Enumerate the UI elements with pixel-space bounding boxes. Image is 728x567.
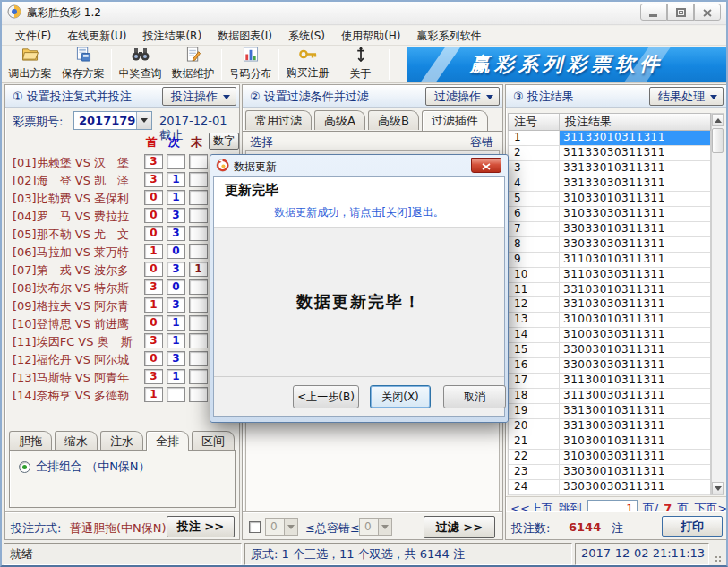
result-row[interactable]: 433133030311311	[509, 176, 710, 192]
tolerance-min-select[interactable]: 0	[265, 518, 298, 536]
toolbar-button-号码分布[interactable]: 号码分布	[224, 47, 277, 82]
pick-box-last[interactable]	[189, 172, 208, 187]
result-row[interactable]: 131133010311311	[509, 131, 710, 146]
scroll-down-icon[interactable]	[712, 482, 724, 494]
result-row[interactable]: 1331003010311311	[509, 313, 710, 328]
dialog-close-action-button[interactable]: 关闭(X)	[370, 385, 431, 408]
pick-box-first[interactable]: 0	[144, 351, 163, 366]
full-combo-radio-row[interactable]: 全排组合 （中N保N）	[19, 459, 150, 475]
close-button[interactable]	[694, 4, 721, 21]
menu-item[interactable]: 系统(S)	[280, 26, 333, 46]
result-row[interactable]: 2231030030311311	[509, 450, 710, 465]
period-select[interactable]: 2017179	[73, 111, 152, 130]
bet-button[interactable]: 投注 >>	[167, 516, 235, 537]
pick-box-second[interactable]: 1	[167, 172, 185, 187]
pick-box-last[interactable]	[189, 244, 208, 259]
pick-box-first[interactable]: 0	[144, 190, 163, 205]
tab-缩水[interactable]: 缩水	[55, 431, 98, 451]
results-scrollbar[interactable]	[711, 113, 724, 495]
pick-box-first[interactable]: 3	[144, 172, 163, 187]
pick-box-last[interactable]	[189, 351, 208, 366]
result-row[interactable]: 531033010311311	[509, 192, 710, 207]
maximize-button[interactable]	[667, 4, 694, 21]
dialog-close-button[interactable]	[471, 158, 501, 173]
tolerance-checkbox[interactable]	[249, 521, 261, 533]
toolbar-button-保存方案[interactable]: 保存方案	[56, 47, 109, 82]
result-row[interactable]: 833033030311311	[509, 237, 710, 253]
menu-item[interactable]: 数据图表(I)	[210, 26, 280, 46]
tab-高级B[interactable]: 高级B	[368, 110, 419, 130]
pick-box-first[interactable]: 3	[144, 154, 163, 169]
pick-box-second[interactable]: 3	[167, 208, 185, 223]
pick-box-last[interactable]	[189, 369, 208, 384]
back-button[interactable]: <上一步(B)	[293, 385, 359, 408]
toolbar-button-调出方案[interactable]: 调出方案	[4, 47, 56, 82]
menu-item[interactable]: 赢彩系列软件	[408, 26, 489, 46]
tab-常用过滤[interactable]: 常用过滤	[245, 110, 312, 130]
pick-box-first[interactable]: 1	[144, 244, 163, 259]
tab-高级A[interactable]: 高级A	[314, 110, 365, 130]
results-actions-dropdown[interactable]: 结果处理	[649, 87, 724, 106]
toolbar-button-中奖查询[interactable]: 中奖查询	[114, 47, 167, 82]
result-row[interactable]: 1731130010311311	[509, 374, 710, 389]
result-row[interactable]: 631033030311311	[509, 207, 710, 222]
result-row[interactable]: 1133103010311311	[509, 283, 710, 298]
result-row[interactable]: 333133010311311	[509, 161, 710, 176]
pick-box-second[interactable]: 0	[167, 244, 185, 259]
pick-box-last[interactable]	[189, 315, 208, 331]
chevron-down-icon[interactable]	[136, 112, 151, 129]
pick-box-last[interactable]	[189, 297, 208, 313]
result-row[interactable]: 1533003010311311	[509, 343, 710, 358]
pick-box-first[interactable]: 0	[144, 315, 163, 331]
result-row[interactable]: 1031103030311311	[509, 268, 710, 283]
toolbar-button-关于[interactable]: 关于	[334, 47, 387, 82]
result-row[interactable]: 1431003030311311	[509, 328, 710, 343]
result-row[interactable]: 1933130010311311	[509, 404, 710, 419]
pick-box-second[interactable]: 3	[167, 297, 185, 313]
filter-button[interactable]: 过滤 >>	[424, 516, 495, 538]
cancel-button[interactable]: 取消	[443, 385, 506, 408]
result-row[interactable]: 1831130030311311	[509, 389, 710, 404]
pick-box-last[interactable]	[189, 190, 208, 205]
result-row[interactable]: 733033010311311	[509, 222, 710, 237]
tab-全排[interactable]: 全排	[146, 431, 189, 451]
pick-box-second[interactable]: 3	[167, 226, 185, 241]
pick-box-second[interactable]: 0	[167, 279, 185, 295]
tab-区间[interactable]: 区间	[192, 431, 235, 451]
pick-box-last[interactable]	[189, 333, 208, 348]
pick-box-second[interactable]: 1	[167, 315, 185, 331]
menu-item[interactable]: 文件(F)	[7, 26, 59, 46]
pick-box-second[interactable]	[167, 387, 185, 402]
print-button[interactable]: 打印	[662, 516, 723, 537]
result-row[interactable]: 231133030311311	[509, 146, 710, 161]
tolerance-max-select[interactable]: 0	[359, 518, 392, 536]
pick-box-second[interactable]: 1	[167, 369, 185, 384]
radio-selected-icon[interactable]	[19, 461, 30, 473]
tab-注水[interactable]: 注水	[100, 431, 143, 451]
pick-box-second[interactable]: 3	[167, 351, 185, 366]
result-row[interactable]: 1233103030311311	[509, 297, 710, 313]
menu-item[interactable]: 在线更新(U)	[59, 26, 134, 46]
filter-actions-dropdown[interactable]: 过滤操作	[425, 87, 500, 106]
result-row[interactable]: 2131030010311311	[509, 434, 710, 450]
scroll-up-icon[interactable]	[712, 114, 724, 126]
pick-box-first[interactable]: 0	[144, 208, 163, 223]
pick-box-second[interactable]	[167, 154, 185, 169]
bet-actions-dropdown[interactable]: 投注操作	[162, 87, 236, 106]
tab-过滤插件[interactable]: 过滤插件	[422, 110, 488, 131]
pick-box-first[interactable]: 3	[144, 333, 163, 348]
pick-box-first[interactable]: 3	[144, 369, 163, 384]
scrollbar-thumb[interactable]	[712, 128, 724, 153]
pick-box-second[interactable]: 3	[167, 262, 185, 277]
pick-box-first[interactable]: 0	[144, 262, 163, 277]
pick-box-first[interactable]: 1	[144, 387, 163, 402]
pick-box-last[interactable]	[189, 226, 208, 241]
pick-box-first[interactable]: 0	[144, 226, 163, 241]
result-row[interactable]: 1633003030311311	[509, 358, 710, 374]
pick-box-last[interactable]	[189, 279, 208, 295]
pick-box-second[interactable]: 1	[167, 190, 185, 205]
digit-toggle-button[interactable]: 数字	[209, 133, 239, 150]
menu-item[interactable]: 投注结果(R)	[134, 26, 210, 46]
result-row[interactable]: 2433030030311311	[509, 480, 710, 495]
pick-box-last[interactable]	[189, 387, 208, 402]
